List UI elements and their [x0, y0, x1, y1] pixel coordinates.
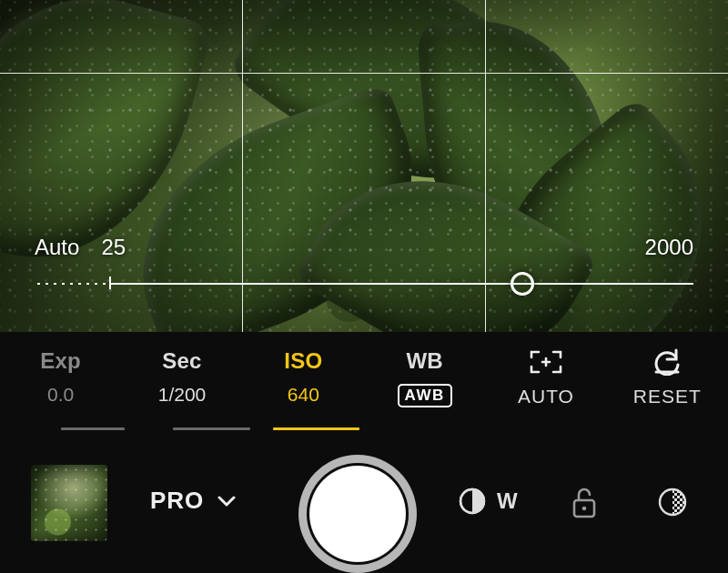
lock-button[interactable] — [568, 485, 601, 521]
param-sec-value: 1/200 — [158, 384, 207, 406]
param-exposure-value: 0.0 — [47, 384, 74, 406]
param-iso-label: ISO — [284, 348, 322, 374]
param-row: Exp 0.0 Sec 1/200 ISO 640 WB AWB — [0, 348, 728, 430]
chevron-down-icon — [217, 495, 237, 508]
param-iso-value: 640 — [288, 384, 319, 406]
reset-icon — [649, 348, 685, 376]
param-exposure-label: Exp — [40, 348, 81, 374]
camera-app: Auto 25 2000 Exp 0.0 Sec 1/200 — [0, 0, 728, 573]
param-focus-value: AUTO — [518, 386, 574, 407]
iso-track-range — [109, 283, 693, 285]
controls-strip: Exp 0.0 Sec 1/200 ISO 640 WB AWB — [0, 332, 728, 573]
mode-selector[interactable]: PRO — [150, 487, 237, 515]
underline-sec — [173, 427, 250, 430]
gallery-thumbnail[interactable] — [31, 465, 107, 541]
iso-track[interactable] — [35, 282, 693, 286]
underline-exp — [61, 427, 125, 430]
iso-slider[interactable]: Auto 25 2000 — [35, 235, 693, 307]
iso-thumb[interactable] — [511, 272, 534, 296]
filters-icon — [655, 485, 690, 519]
param-wb-label: WB — [406, 348, 442, 374]
shutter-button[interactable] — [298, 455, 417, 573]
filters-button[interactable] — [655, 485, 690, 519]
focus-bracket-icon — [528, 348, 564, 376]
param-reset[interactable]: RESET — [607, 348, 728, 430]
bottom-bar: PRO — [0, 441, 728, 573]
iso-max-label: 2000 — [645, 235, 693, 260]
viewfinder[interactable]: Auto 25 2000 — [0, 0, 728, 332]
underline-iso — [273, 427, 359, 430]
iso-min-label: 25 — [101, 235, 126, 260]
mode-label: PRO — [150, 487, 204, 515]
param-shutter-speed[interactable]: Sec 1/200 — [121, 348, 242, 430]
param-iso[interactable]: ISO 640 — [243, 348, 364, 430]
grid-line-h1 — [0, 73, 728, 74]
unlock-icon — [568, 485, 601, 521]
svg-point-6 — [582, 507, 587, 511]
lens-toggle[interactable]: W — [457, 486, 518, 517]
iso-auto-label: Auto — [35, 235, 79, 260]
lens-label: W — [497, 488, 518, 514]
param-sec-label: Sec — [162, 348, 201, 374]
param-reset-label: RESET — [633, 386, 702, 407]
param-wb-value: AWB — [398, 384, 452, 407]
param-exposure[interactable]: Exp 0.0 — [0, 348, 121, 430]
lens-icon — [457, 486, 488, 517]
iso-slider-labels: Auto 25 2000 — [35, 235, 693, 260]
param-white-balance[interactable]: WB AWB — [364, 348, 485, 430]
param-focus[interactable]: AUTO — [485, 348, 606, 430]
iso-track-auto-segment — [35, 283, 109, 285]
